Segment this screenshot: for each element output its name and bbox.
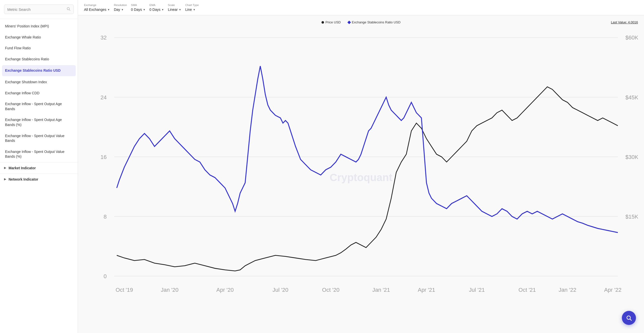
controls-bar: Exchange All Exchanges ▼ Resolution Day …	[78, 0, 644, 15]
exchange-chevron-icon: ▼	[107, 8, 110, 11]
x-jan22: Jan '22	[559, 286, 576, 293]
x-jan20: Jan '20	[161, 286, 178, 293]
chart-svg: 0 8 16 24 32 $15K $30K $45K $60K Oct '19…	[84, 27, 638, 328]
x-oct21: Oct '21	[518, 286, 536, 293]
chart-wrapper: Cryptoquant 0 8 16 24 32 $15K $30K $45K …	[84, 27, 638, 328]
sma-chevron-icon: ▼	[143, 8, 145, 11]
legend-price: Price USD	[321, 20, 341, 24]
ema-label: EMA	[149, 4, 164, 7]
ema-value: 0 Days	[149, 8, 160, 12]
sidebar-item-exchange-inflow-spent-value-bands[interactable]: Exchange Inflow - Spent Output Value Ban…	[0, 131, 78, 146]
sma-value: 0 Days	[131, 8, 142, 12]
exchange-control: Exchange All Exchanges ▼	[84, 4, 110, 12]
search-icon	[66, 7, 70, 12]
sidebar-list: Miners' Position Index (MPI)Exchange Wha…	[0, 19, 78, 333]
ema-control: EMA 0 Days ▼	[149, 4, 164, 12]
x-jul20: Jul '20	[272, 286, 288, 293]
y-axis-32: 32	[101, 34, 107, 41]
scale-chevron-icon: ▼	[179, 8, 181, 11]
price-icon	[321, 21, 324, 24]
sidebar-item-fund-flow-ratio[interactable]: Fund Flow Ratio	[0, 43, 78, 54]
sidebar-item-exchange-inflow-spent-age-bands[interactable]: Exchange Inflow - Spent Output Age Bands	[0, 99, 78, 114]
sidebar-item-exchange-inflow-cdd[interactable]: Exchange Inflow CDD	[0, 88, 78, 99]
x-oct19: Oct '19	[116, 286, 133, 293]
fab-search-button[interactable]	[622, 311, 636, 325]
sma-label: SMA	[131, 4, 145, 7]
y-axis-8: 8	[104, 214, 107, 220]
sidebar-item-exchange-inflow-spent-value-bands-pct[interactable]: Exchange Inflow - Spent Output Value Ban…	[0, 146, 78, 162]
x-jul21: Jul '21	[469, 286, 485, 293]
y-axis-r-30k: $30K	[625, 154, 638, 160]
price-label: Price USD	[326, 20, 341, 24]
ratio-line	[117, 66, 618, 233]
chart-type-chevron-icon: ▼	[193, 8, 195, 11]
fab-search-icon	[626, 315, 632, 321]
chart-legend: Price USD Exchange Stablecoins Ratio USD…	[84, 20, 638, 24]
chart-type-select[interactable]: Line ▼	[185, 8, 199, 12]
legend-ratio: Exchange Stablecoins Ratio USD	[348, 20, 401, 24]
chart-type-label: Chart Type	[185, 4, 199, 7]
sidebar-section-network-indicator[interactable]: ▶Network Indicator	[0, 174, 78, 185]
x-apr20: Apr '20	[216, 286, 234, 293]
resolution-value: Day	[114, 8, 120, 12]
x-oct20: Oct '20	[322, 286, 339, 293]
y-axis-24: 24	[101, 94, 107, 100]
resolution-label: Resolution	[114, 4, 127, 7]
svg-line-1	[69, 10, 70, 11]
search-container	[0, 0, 78, 19]
y-axis-16: 16	[101, 154, 107, 160]
scale-value: Linear	[168, 8, 178, 12]
y-axis-r-15k: $15K	[625, 214, 638, 220]
y-axis-r-60k: $60K	[625, 34, 638, 41]
exchange-value: All Exchanges	[84, 8, 106, 12]
svg-line-3	[630, 319, 632, 321]
search-input[interactable]	[7, 7, 66, 12]
sma-control: SMA 0 Days ▼	[131, 4, 145, 12]
y-axis-0: 0	[104, 273, 107, 279]
sma-select[interactable]: 0 Days ▼	[131, 8, 145, 12]
x-apr22: Apr '22	[604, 286, 621, 293]
sidebar-item-exchange-whale-ratio[interactable]: Exchange Whale Ratio	[0, 32, 78, 43]
sidebar-item-exchange-stablecoins-ratio[interactable]: Exchange Stablecoins Ratio	[0, 54, 78, 65]
y-axis-r-45k: $45K	[625, 94, 638, 100]
scale-control: Scale Linear ▼	[168, 4, 181, 12]
sidebar: Miners' Position Index (MPI)Exchange Wha…	[0, 0, 78, 333]
arrow-icon: ▶	[4, 178, 6, 181]
scale-select[interactable]: Linear ▼	[168, 8, 181, 12]
last-value: Last Value: 4.0016	[611, 20, 638, 24]
price-line	[117, 87, 618, 271]
chart-type-control: Chart Type Line ▼	[185, 4, 199, 12]
search-box[interactable]	[4, 5, 74, 14]
sidebar-item-exchange-shutdown-index[interactable]: Exchange Shutdown Index	[0, 77, 78, 88]
resolution-control: Resolution Day ▼	[114, 4, 127, 12]
exchange-select[interactable]: All Exchanges ▼	[84, 8, 110, 12]
main-content: Exchange All Exchanges ▼ Resolution Day …	[78, 0, 644, 333]
x-jan21: Jan '21	[372, 286, 390, 293]
sidebar-section-market-indicator[interactable]: ▶Market Indicator	[0, 162, 78, 174]
chart-type-value: Line	[185, 8, 192, 12]
ema-chevron-icon: ▼	[162, 8, 164, 11]
chart-area: Price USD Exchange Stablecoins Ratio USD…	[78, 15, 644, 333]
resolution-select[interactable]: Day ▼	[114, 8, 127, 12]
arrow-icon: ▶	[4, 166, 6, 170]
sidebar-item-exchange-stablecoins-ratio-usd[interactable]: Exchange Stablecoins Ratio USD	[2, 65, 76, 76]
resolution-chevron-icon: ▼	[121, 8, 124, 11]
exchange-label: Exchange	[84, 4, 110, 7]
ratio-label: Exchange Stablecoins Ratio USD	[352, 20, 401, 24]
scale-label: Scale	[168, 4, 181, 7]
x-apr21: Apr '21	[418, 286, 435, 293]
sidebar-item-miners-position-index[interactable]: Miners' Position Index (MPI)	[0, 21, 78, 32]
sidebar-item-exchange-inflow-spent-age-bands-pct[interactable]: Exchange Inflow - Spent Output Age Bands…	[0, 114, 78, 130]
ratio-icon	[347, 20, 351, 24]
ema-select[interactable]: 0 Days ▼	[149, 8, 164, 12]
